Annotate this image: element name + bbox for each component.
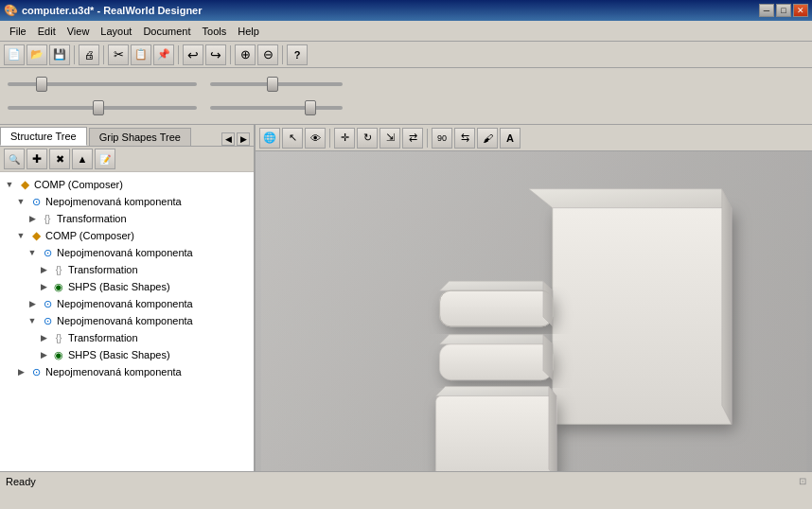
menu-edit[interactable]: Edit <box>32 24 62 39</box>
tree-row-unnamed2[interactable]: ▼ ⊙ Nepojmenovaná komponenta <box>0 244 254 261</box>
menu-document[interactable]: Document <box>137 24 196 39</box>
app-icon: 🎨 <box>4 4 18 17</box>
expander-unnamed3[interactable]: ▶ <box>26 298 38 309</box>
structure-tree[interactable]: ▼ ◆ COMP (Composer) ▼ ⊙ Nepojmenovaná ko… <box>0 172 254 471</box>
cut-button[interactable]: ✂ <box>108 44 129 65</box>
tree-row-shps1[interactable]: ▶ ◉ SHPS (Basic Shapes) <box>0 278 254 295</box>
tree-row-unnamed3[interactable]: ▶ ⊙ Nepojmenovaná komponenta <box>0 295 254 312</box>
expander-unnamed2[interactable]: ▼ <box>26 247 38 258</box>
menu-help[interactable]: Help <box>232 24 265 39</box>
svg-marker-12 <box>436 387 556 396</box>
left-panel: Structure Tree Grip Shapes Tree ◀ ▶ 🔍 ✚ … <box>0 125 256 471</box>
expander-comp2[interactable]: ▼ <box>15 230 26 241</box>
view-scale-btn[interactable]: ⇲ <box>380 128 400 149</box>
tab-grip-shapes-tree[interactable]: Grip Shapes Tree <box>89 128 191 146</box>
tab-nav-prev[interactable]: ◀ <box>221 132 235 146</box>
view-cursor-btn[interactable]: ↖ <box>282 128 303 149</box>
slider-track-4[interactable] <box>210 106 343 110</box>
expander-unnamed1[interactable]: ▼ <box>15 196 26 207</box>
view-toolbar: 🌐 ↖ 👁 ✛ ↻ ⇲ ⇄ 90 ⇆ 🖌 A <box>256 125 812 151</box>
save-button[interactable]: 💾 <box>49 44 70 65</box>
slider-thumb-2[interactable] <box>267 77 278 92</box>
view-flip-btn[interactable]: ⇄ <box>402 128 423 149</box>
view-move-btn[interactable]: ✛ <box>334 128 355 149</box>
redo-button[interactable]: ↪ <box>205 44 226 65</box>
3d-scene[interactable] <box>256 151 812 471</box>
tree-row-trans1[interactable]: ▶ {} Transformation <box>0 210 254 227</box>
label-trans2: Transformation <box>68 264 138 275</box>
tree-row-comp1[interactable]: ▼ ◆ COMP (Composer) <box>0 176 254 193</box>
tree-up-btn[interactable]: ▲ <box>72 149 93 169</box>
expander-unnamed4[interactable]: ▼ <box>26 315 38 326</box>
label-unnamed5: Nepojmenovaná komponenta <box>45 366 182 377</box>
tree-row-shps2[interactable]: ▶ ◉ SHPS (Basic Shapes) <box>0 346 254 363</box>
menu-view[interactable]: View <box>62 24 96 39</box>
slider-track-3[interactable] <box>8 106 197 110</box>
close-button[interactable]: ✕ <box>793 4 808 17</box>
tree-search-btn[interactable]: 🔍 <box>4 149 25 169</box>
slider-track-1[interactable] <box>8 82 197 86</box>
open-button[interactable]: 📂 <box>26 44 47 65</box>
zoom-out-button[interactable]: ⊖ <box>257 44 278 65</box>
toolbar1: 📄 📂 💾 🖨 ✂ 📋 📌 ↩ ↪ ⊕ ⊖ ? <box>0 42 812 68</box>
view-globe-btn[interactable]: 🌐 <box>259 128 280 149</box>
expander-unnamed5[interactable]: ▶ <box>15 366 26 377</box>
slider-thumb-4[interactable] <box>305 100 316 115</box>
right-panel: 🌐 ↖ 👁 ✛ ↻ ⇲ ⇄ 90 ⇆ 🖌 A <box>256 125 812 471</box>
icon-transform-1: {} <box>40 211 55 226</box>
slider-thumb-3[interactable] <box>93 100 104 115</box>
tree-props-btn[interactable]: 📝 <box>95 149 115 169</box>
maximize-button[interactable]: □ <box>776 4 791 17</box>
slider-track-2[interactable] <box>210 82 343 86</box>
sep4 <box>230 45 231 64</box>
main-area: Structure Tree Grip Shapes Tree ◀ ▶ 🔍 ✚ … <box>0 125 812 471</box>
tree-row-trans2[interactable]: ▶ {} Transformation <box>0 261 254 278</box>
expander-shps1[interactable]: ▶ <box>38 281 49 292</box>
label-shps2: SHPS (Basic Shapes) <box>68 349 170 360</box>
tree-row-unnamed4[interactable]: ▼ ⊙ Nepojmenovaná komponenta <box>0 312 254 329</box>
tree-delete-btn[interactable]: ✖ <box>49 149 70 169</box>
slider-thumb-1[interactable] <box>36 77 47 92</box>
minimize-button[interactable]: ─ <box>759 4 774 17</box>
expander-comp1[interactable]: ▼ <box>4 179 15 190</box>
expander-trans3[interactable]: ▶ <box>38 332 49 343</box>
view-text-btn[interactable]: A <box>500 128 521 149</box>
undo-button[interactable]: ↩ <box>183 44 203 65</box>
icon-component-5: ⊙ <box>28 364 44 379</box>
menu-layout[interactable]: Layout <box>95 24 137 39</box>
tree-row-unnamed1[interactable]: ▼ ⊙ Nepojmenovaná komponenta <box>0 193 254 210</box>
menu-file[interactable]: File <box>4 24 32 39</box>
tree-row-unnamed5[interactable]: ▶ ⊙ Nepojmenovaná komponenta <box>0 363 254 380</box>
label-unnamed2: Nepojmenovaná komponenta <box>57 247 193 258</box>
copy-button[interactable]: 📋 <box>131 44 151 65</box>
paste-button[interactable]: 📌 <box>153 44 174 65</box>
print-button[interactable]: 🖨 <box>79 44 99 65</box>
view-mirror-btn[interactable]: ⇆ <box>454 128 475 149</box>
expander-shps2[interactable]: ▶ <box>38 349 49 360</box>
titlebar: 🎨 computer.u3d* - RealWorld Designer ─ □… <box>0 0 812 21</box>
3d-viewport-svg <box>256 151 812 471</box>
tab-structure-tree[interactable]: Structure Tree <box>0 127 87 146</box>
tree-add-btn[interactable]: ✚ <box>26 149 47 169</box>
window-title: computer.u3d* - RealWorld Designer <box>22 5 759 16</box>
slider-row-2 <box>8 106 804 110</box>
view-eye-btn[interactable]: 👁 <box>305 128 326 149</box>
tab-nav-next[interactable]: ▶ <box>237 132 250 146</box>
menu-tools[interactable]: Tools <box>197 24 233 39</box>
resize-grip[interactable]: ⊡ <box>799 476 806 486</box>
new-button[interactable]: 📄 <box>4 44 25 65</box>
svg-marker-13 <box>549 387 556 471</box>
view-rotate-btn[interactable]: ↻ <box>357 128 378 149</box>
zoom-in-button[interactable]: ⊕ <box>235 44 256 65</box>
view-zoom-90-btn[interactable]: 90 <box>432 128 452 149</box>
tab-bar: Structure Tree Grip Shapes Tree ◀ ▶ <box>0 125 254 147</box>
icon-component-1: ⊙ <box>28 194 44 209</box>
svg-marker-5 <box>440 281 553 290</box>
help-button[interactable]: ? <box>287 44 308 65</box>
tree-row-comp2[interactable]: ▼ ◆ COMP (Composer) <box>0 227 254 244</box>
expander-trans1[interactable]: ▶ <box>26 213 38 224</box>
tree-row-trans3[interactable]: ▶ {} Transformation <box>0 329 254 346</box>
view-paint-btn[interactable]: 🖌 <box>477 128 498 149</box>
svg-rect-11 <box>436 395 556 471</box>
expander-trans2[interactable]: ▶ <box>38 264 49 275</box>
